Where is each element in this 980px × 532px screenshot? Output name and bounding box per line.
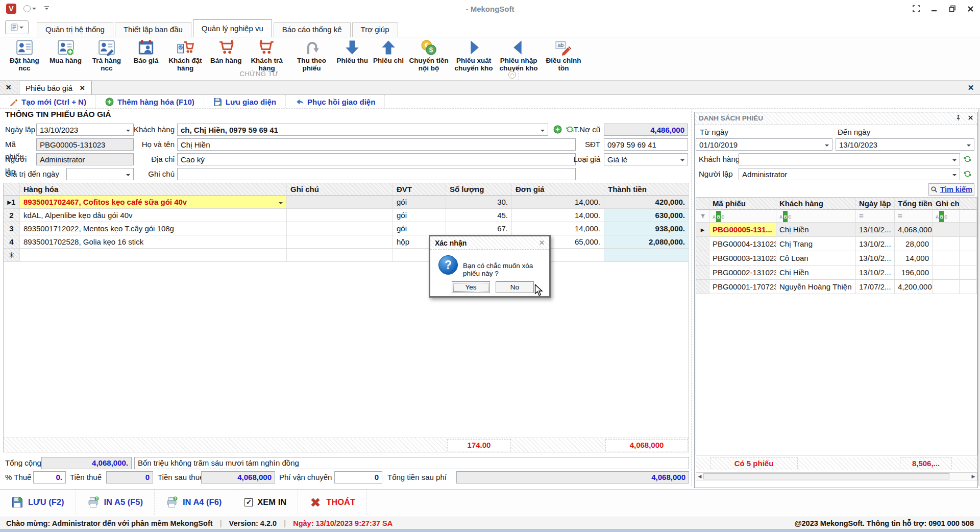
- filter-code-cell[interactable]: ABC: [709, 210, 776, 223]
- filter-total-cell[interactable]: =: [895, 210, 933, 223]
- amount-cell[interactable]: 938,000.: [604, 222, 689, 235]
- yes-button[interactable]: Yes: [452, 281, 490, 293]
- dia-chi-input[interactable]: [181, 155, 572, 164]
- product-cell[interactable]: kdAL, Alpenlibe kẹo dâu gói 40v: [20, 209, 287, 222]
- date-cell[interactable]: 13/10/2...: [856, 251, 895, 265]
- product-cell[interactable]: 8935001702528, Golia kẹo 16 stick: [20, 235, 287, 249]
- column-header-product[interactable]: Hàng hóa: [20, 183, 287, 196]
- sdt-input[interactable]: [607, 140, 684, 149]
- qty-cell[interactable]: 45.: [446, 209, 512, 222]
- date-cell[interactable]: 13/10/2...: [856, 223, 895, 237]
- amount-cell[interactable]: 630,000.: [604, 209, 689, 222]
- thue-value[interactable]: 0.: [33, 471, 66, 483]
- ghi-chu-input[interactable]: [181, 170, 572, 179]
- horizontal-scrollbar[interactable]: ◀ ▶: [696, 472, 977, 480]
- date-cell[interactable]: 13/10/2...: [856, 237, 895, 251]
- filter-row[interactable]: ABC ABC = = ABC: [696, 210, 977, 223]
- note-cell[interactable]: [933, 237, 960, 251]
- table-row[interactable]: 3 8935001712022, Mentos kẹo T.cây gói 10…: [4, 222, 689, 235]
- unit-cell[interactable]: gói: [393, 196, 446, 209]
- note-cell[interactable]: [933, 223, 960, 237]
- ho-va-ten-field[interactable]: [177, 138, 576, 151]
- row-selector[interactable]: 3: [4, 222, 20, 235]
- dialog-close-icon[interactable]: ✕: [539, 239, 545, 247]
- note-cell[interactable]: [287, 196, 393, 209]
- row-selector[interactable]: 2: [4, 209, 20, 222]
- row-selector[interactable]: [696, 265, 709, 280]
- close-tab-bar-button[interactable]: ✕: [964, 81, 978, 95]
- close-window-button[interactable]: [967, 6, 974, 12]
- menu-tab-quan-ly-nghiep-vu[interactable]: Quản lý nghiệp vụ: [193, 19, 272, 37]
- ribbon-item-chuyen-tien-noi-bo[interactable]: €$ Chuyển tiền nội bộ: [406, 39, 451, 72]
- document-tab-phieu-bao-gia[interactable]: Phiếu báo giá ✕: [19, 81, 92, 94]
- dropdown-arrow-icon[interactable]: [825, 144, 829, 149]
- column-header-note[interactable]: Ghi chú: [287, 183, 393, 196]
- price-cell[interactable]: 14,000.: [512, 209, 604, 222]
- column-header-code[interactable]: Mã phiếu: [709, 198, 776, 210]
- customer-cell[interactable]: Chị Trang: [776, 237, 856, 251]
- ribbon-item-ban-hang[interactable]: Bán hàng: [208, 39, 244, 64]
- note-cell[interactable]: [287, 249, 393, 262]
- customer-cell[interactable]: Chị Hiền: [776, 223, 856, 237]
- ribbon-item-mua-hang[interactable]: Mua hàng: [47, 39, 84, 64]
- unit-cell[interactable]: gói: [393, 222, 446, 235]
- note-cell[interactable]: [287, 209, 393, 222]
- column-header-customer[interactable]: Khách hàng: [776, 198, 856, 210]
- ribbon-item-phieu-xuat-chuyen-kho[interactable]: Phiếu xuất chuyển kho: [451, 39, 496, 72]
- row-selector[interactable]: ▸: [696, 223, 709, 237]
- sdt-field[interactable]: [604, 138, 688, 151]
- customer-cell[interactable]: Chị Hiền: [776, 265, 856, 280]
- add-product-button[interactable]: Thêm hàng hóa (F10): [96, 95, 204, 108]
- qty-cell[interactable]: 30.: [446, 196, 512, 209]
- ribbon-item-thu-theo-phieu[interactable]: Thu theo phiếu: [289, 39, 334, 72]
- row-selector[interactable]: [696, 280, 709, 294]
- date-cell[interactable]: 17/07/2...: [856, 280, 895, 294]
- date-cell[interactable]: 13/10/2...: [856, 265, 895, 280]
- exit-button[interactable]: THOÁT: [298, 490, 367, 515]
- close-tab-icon[interactable]: ✕: [80, 84, 85, 92]
- dropdown-arrow-icon[interactable]: [967, 144, 971, 149]
- unit-cell[interactable]: gói: [393, 209, 446, 222]
- menu-tab-bao-cao-thong-ke[interactable]: Báo cáo thống kê: [274, 22, 351, 37]
- column-header-amount[interactable]: Thành tiền: [604, 183, 689, 196]
- panel-splitter[interactable]: [691, 109, 692, 486]
- filter-note-cell[interactable]: ABC: [933, 210, 960, 223]
- refresh-nguoi-lap-button[interactable]: [963, 170, 972, 178]
- row-selector[interactable]: ▸1: [4, 196, 20, 209]
- qty-cell[interactable]: 67.: [446, 222, 512, 235]
- ghi-chu-field[interactable]: [177, 168, 576, 180]
- table-row[interactable]: ▸1 8935001702467, Cofitos kẹo café sữa g…: [4, 196, 689, 209]
- ribbon-item-phieu-thu[interactable]: Phiếu thu: [334, 39, 371, 64]
- note-cell[interactable]: [933, 265, 960, 280]
- column-header-total[interactable]: Tổng tiền: [895, 198, 933, 210]
- ribbon-item-bao-gia[interactable]: Báo giá: [129, 39, 163, 64]
- ribbon-item-dat-hang-ncc[interactable]: Đặt hàng ncc: [2, 39, 47, 72]
- code-cell[interactable]: PBG00003-131023: [709, 251, 776, 265]
- ho-va-ten-input[interactable]: [181, 140, 572, 149]
- total-cell[interactable]: 4,068,000: [895, 223, 933, 237]
- column-header-unit[interactable]: ĐVT: [393, 183, 446, 196]
- customer-cell[interactable]: Cô Loan: [776, 251, 856, 265]
- total-cell[interactable]: 4,200,000: [895, 280, 933, 294]
- filter-date-cell[interactable]: =: [856, 210, 895, 223]
- product-cell[interactable]: [20, 249, 287, 262]
- den-ngay-field[interactable]: 13/10/2023: [836, 138, 974, 151]
- menu-tab-quan-tri-he-thong[interactable]: Quản trị hệ thống: [37, 22, 113, 37]
- save-button[interactable]: LƯU (F2): [0, 490, 76, 515]
- close-panel-button[interactable]: [968, 114, 973, 122]
- amount-cell[interactable]: 2,080,000.: [604, 235, 689, 249]
- list-item[interactable]: PBG00003-131023 Cô Loan 13/10/2... 14,00…: [696, 251, 977, 265]
- ribbon-group-collapse-button[interactable]: ◠: [508, 71, 516, 79]
- customer-cell[interactable]: Nguyễn Hoàng Thiện: [776, 280, 856, 294]
- note-cell[interactable]: [933, 280, 960, 294]
- dialog-titlebar[interactable]: Xác nhận ✕: [430, 236, 549, 250]
- total-cell[interactable]: 14,000: [895, 251, 933, 265]
- new-row[interactable]: ✳: [4, 249, 689, 262]
- ribbon-item-phieu-nhap-chuyen-kho[interactable]: Phiếu nhập chuyển kho: [496, 39, 541, 72]
- panel-nguoi-lap-field[interactable]: Administrator: [739, 168, 960, 180]
- list-item[interactable]: PBG00002-131023 Chị Hiền 13/10/2... 196,…: [696, 265, 977, 280]
- note-cell[interactable]: [933, 251, 960, 265]
- menu-tab-thiet-lap-ban-dau[interactable]: Thiết lập ban đầu: [115, 22, 191, 37]
- dropdown-arrow-icon[interactable]: [279, 202, 283, 206]
- code-cell[interactable]: PBG00001-170723: [709, 280, 776, 294]
